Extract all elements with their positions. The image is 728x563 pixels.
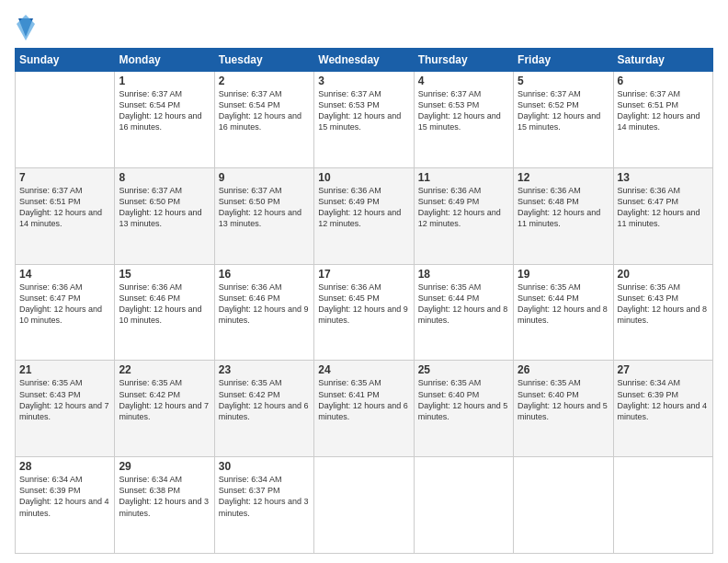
day-number: 29 bbox=[119, 460, 210, 473]
cell-info: Sunrise: 6:34 AM Sunset: 6:37 PM Dayligh… bbox=[219, 474, 310, 519]
day-number: 27 bbox=[618, 363, 709, 376]
calendar-header-friday: Friday bbox=[514, 49, 613, 72]
calendar-cell: 3Sunrise: 6:37 AM Sunset: 6:53 PM Daylig… bbox=[314, 72, 414, 168]
day-number: 7 bbox=[19, 171, 110, 184]
calendar-cell bbox=[16, 72, 115, 168]
cell-info: Sunrise: 6:36 AM Sunset: 6:48 PM Dayligh… bbox=[518, 185, 609, 230]
calendar-cell: 20Sunrise: 6:35 AM Sunset: 6:43 PM Dayli… bbox=[613, 264, 712, 361]
calendar-header-wednesday: Wednesday bbox=[314, 49, 414, 72]
cell-info: Sunrise: 6:37 AM Sunset: 6:53 PM Dayligh… bbox=[318, 88, 409, 133]
cell-info: Sunrise: 6:37 AM Sunset: 6:51 PM Dayligh… bbox=[618, 88, 709, 133]
calendar-header-row: SundayMondayTuesdayWednesdayThursdayFrid… bbox=[16, 49, 713, 72]
calendar-cell: 23Sunrise: 6:35 AM Sunset: 6:42 PM Dayli… bbox=[214, 361, 313, 457]
calendar-week-4: 21Sunrise: 6:35 AM Sunset: 6:43 PM Dayli… bbox=[16, 361, 713, 457]
day-number: 8 bbox=[119, 171, 210, 184]
cell-info: Sunrise: 6:37 AM Sunset: 6:53 PM Dayligh… bbox=[418, 88, 509, 133]
day-number: 3 bbox=[318, 75, 409, 87]
day-number: 26 bbox=[518, 363, 609, 376]
cell-info: Sunrise: 6:37 AM Sunset: 6:54 PM Dayligh… bbox=[219, 88, 310, 133]
calendar-cell: 9Sunrise: 6:37 AM Sunset: 6:50 PM Daylig… bbox=[214, 167, 313, 264]
cell-info: Sunrise: 6:35 AM Sunset: 6:42 PM Dayligh… bbox=[219, 377, 310, 422]
calendar-header-saturday: Saturday bbox=[613, 49, 712, 72]
calendar-cell: 14Sunrise: 6:36 AM Sunset: 6:47 PM Dayli… bbox=[16, 264, 115, 361]
logo bbox=[15, 15, 35, 40]
cell-info: Sunrise: 6:36 AM Sunset: 6:47 PM Dayligh… bbox=[618, 185, 709, 230]
calendar-cell: 19Sunrise: 6:35 AM Sunset: 6:44 PM Dayli… bbox=[514, 264, 613, 361]
calendar-week-1: 1Sunrise: 6:37 AM Sunset: 6:54 PM Daylig… bbox=[16, 72, 713, 168]
day-number: 10 bbox=[318, 171, 409, 184]
cell-info: Sunrise: 6:36 AM Sunset: 6:49 PM Dayligh… bbox=[318, 185, 409, 230]
calendar-table: SundayMondayTuesdayWednesdayThursdayFrid… bbox=[15, 48, 713, 554]
day-number: 18 bbox=[418, 268, 509, 281]
cell-info: Sunrise: 6:36 AM Sunset: 6:47 PM Dayligh… bbox=[19, 282, 110, 327]
header bbox=[15, 15, 713, 40]
calendar-week-2: 7Sunrise: 6:37 AM Sunset: 6:51 PM Daylig… bbox=[16, 167, 713, 264]
cell-info: Sunrise: 6:34 AM Sunset: 6:39 PM Dayligh… bbox=[618, 377, 709, 422]
day-number: 28 bbox=[19, 460, 110, 473]
cell-info: Sunrise: 6:34 AM Sunset: 6:39 PM Dayligh… bbox=[19, 474, 110, 519]
calendar-header-monday: Monday bbox=[115, 49, 214, 72]
cell-info: Sunrise: 6:36 AM Sunset: 6:46 PM Dayligh… bbox=[119, 282, 210, 327]
calendar-cell: 8Sunrise: 6:37 AM Sunset: 6:50 PM Daylig… bbox=[115, 167, 214, 264]
day-number: 30 bbox=[219, 460, 310, 473]
day-number: 9 bbox=[219, 171, 310, 184]
calendar-cell: 10Sunrise: 6:36 AM Sunset: 6:49 PM Dayli… bbox=[314, 167, 414, 264]
calendar-week-5: 28Sunrise: 6:34 AM Sunset: 6:39 PM Dayli… bbox=[16, 457, 713, 554]
day-number: 2 bbox=[219, 75, 310, 87]
calendar-cell: 5Sunrise: 6:37 AM Sunset: 6:52 PM Daylig… bbox=[514, 72, 613, 168]
cell-info: Sunrise: 6:36 AM Sunset: 6:46 PM Dayligh… bbox=[219, 282, 310, 327]
calendar-cell: 28Sunrise: 6:34 AM Sunset: 6:39 PM Dayli… bbox=[16, 457, 115, 554]
calendar-cell: 26Sunrise: 6:35 AM Sunset: 6:40 PM Dayli… bbox=[514, 361, 613, 457]
calendar-header-sunday: Sunday bbox=[16, 49, 115, 72]
cell-info: Sunrise: 6:36 AM Sunset: 6:49 PM Dayligh… bbox=[418, 185, 509, 230]
calendar-cell: 11Sunrise: 6:36 AM Sunset: 6:49 PM Dayli… bbox=[414, 167, 513, 264]
calendar-cell: 12Sunrise: 6:36 AM Sunset: 6:48 PM Dayli… bbox=[514, 167, 613, 264]
day-number: 13 bbox=[618, 171, 709, 184]
calendar-week-3: 14Sunrise: 6:36 AM Sunset: 6:47 PM Dayli… bbox=[16, 264, 713, 361]
calendar-cell bbox=[314, 457, 414, 554]
calendar-cell: 13Sunrise: 6:36 AM Sunset: 6:47 PM Dayli… bbox=[613, 167, 712, 264]
cell-info: Sunrise: 6:37 AM Sunset: 6:50 PM Dayligh… bbox=[119, 185, 210, 230]
cell-info: Sunrise: 6:37 AM Sunset: 6:50 PM Dayligh… bbox=[219, 185, 310, 230]
day-number: 6 bbox=[618, 75, 709, 87]
calendar-cell: 18Sunrise: 6:35 AM Sunset: 6:44 PM Dayli… bbox=[414, 264, 513, 361]
day-number: 14 bbox=[19, 268, 110, 281]
day-number: 5 bbox=[518, 75, 609, 87]
calendar-cell: 30Sunrise: 6:34 AM Sunset: 6:37 PM Dayli… bbox=[214, 457, 313, 554]
day-number: 22 bbox=[119, 363, 210, 376]
calendar-cell: 29Sunrise: 6:34 AM Sunset: 6:38 PM Dayli… bbox=[115, 457, 214, 554]
calendar-cell: 15Sunrise: 6:36 AM Sunset: 6:46 PM Dayli… bbox=[115, 264, 214, 361]
page: SundayMondayTuesdayWednesdayThursdayFrid… bbox=[0, 0, 728, 563]
cell-info: Sunrise: 6:37 AM Sunset: 6:52 PM Dayligh… bbox=[518, 88, 609, 133]
cell-info: Sunrise: 6:36 AM Sunset: 6:45 PM Dayligh… bbox=[318, 282, 409, 327]
cell-info: Sunrise: 6:35 AM Sunset: 6:41 PM Dayligh… bbox=[318, 377, 409, 422]
day-number: 16 bbox=[219, 268, 310, 281]
day-number: 19 bbox=[518, 268, 609, 281]
day-number: 23 bbox=[219, 363, 310, 376]
calendar-cell: 4Sunrise: 6:37 AM Sunset: 6:53 PM Daylig… bbox=[414, 72, 513, 168]
day-number: 21 bbox=[19, 363, 110, 376]
calendar-cell bbox=[613, 457, 712, 554]
cell-info: Sunrise: 6:35 AM Sunset: 6:43 PM Dayligh… bbox=[618, 282, 709, 327]
cell-info: Sunrise: 6:35 AM Sunset: 6:44 PM Dayligh… bbox=[418, 282, 509, 327]
cell-info: Sunrise: 6:35 AM Sunset: 6:40 PM Dayligh… bbox=[518, 377, 609, 422]
calendar-header-tuesday: Tuesday bbox=[214, 49, 313, 72]
calendar-cell: 25Sunrise: 6:35 AM Sunset: 6:40 PM Dayli… bbox=[414, 361, 513, 457]
cell-info: Sunrise: 6:35 AM Sunset: 6:43 PM Dayligh… bbox=[19, 377, 110, 422]
calendar-cell: 17Sunrise: 6:36 AM Sunset: 6:45 PM Dayli… bbox=[314, 264, 414, 361]
day-number: 15 bbox=[119, 268, 210, 281]
calendar-cell: 2Sunrise: 6:37 AM Sunset: 6:54 PM Daylig… bbox=[214, 72, 313, 168]
calendar-cell bbox=[414, 457, 513, 554]
calendar-cell: 16Sunrise: 6:36 AM Sunset: 6:46 PM Dayli… bbox=[214, 264, 313, 361]
calendar-cell: 21Sunrise: 6:35 AM Sunset: 6:43 PM Dayli… bbox=[16, 361, 115, 457]
calendar-cell: 7Sunrise: 6:37 AM Sunset: 6:51 PM Daylig… bbox=[16, 167, 115, 264]
day-number: 17 bbox=[318, 268, 409, 281]
day-number: 20 bbox=[618, 268, 709, 281]
logo-icon bbox=[17, 15, 35, 40]
calendar-cell: 24Sunrise: 6:35 AM Sunset: 6:41 PM Dayli… bbox=[314, 361, 414, 457]
cell-info: Sunrise: 6:37 AM Sunset: 6:51 PM Dayligh… bbox=[19, 185, 110, 230]
day-number: 11 bbox=[418, 171, 509, 184]
calendar-cell: 1Sunrise: 6:37 AM Sunset: 6:54 PM Daylig… bbox=[115, 72, 214, 168]
day-number: 24 bbox=[318, 363, 409, 376]
cell-info: Sunrise: 6:35 AM Sunset: 6:44 PM Dayligh… bbox=[518, 282, 609, 327]
